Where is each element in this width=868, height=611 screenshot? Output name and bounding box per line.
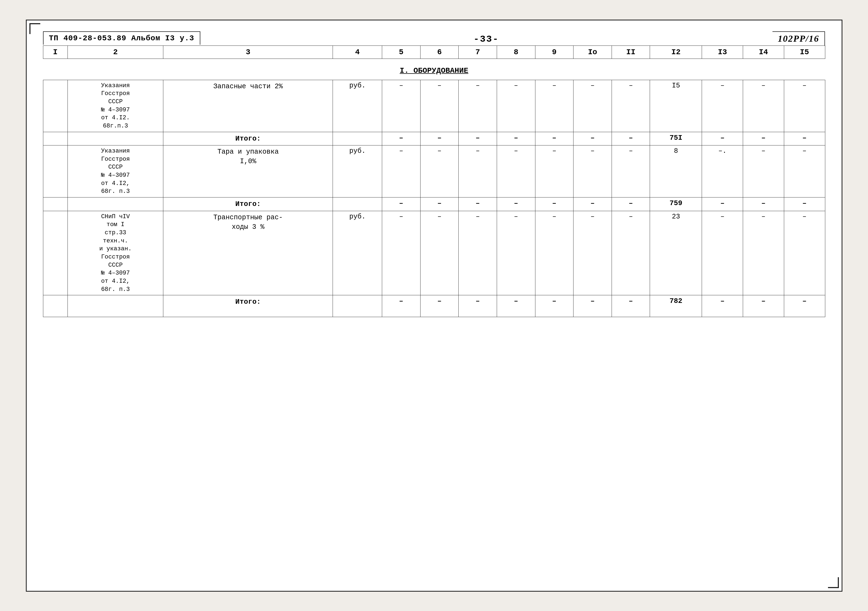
table-row: Указания Госстроя СССР № 4–3097 от 4.I2,… — [43, 145, 825, 197]
cell-r2-c14: – — [743, 145, 784, 197]
th-7: 7 — [459, 45, 497, 59]
section-header-row: I. ОБОРУДОВАНИЕ — [43, 59, 825, 80]
itogo-row-1: Итого: – – – – – – – 75I – – – — [43, 132, 825, 145]
section-title: I. ОБОРУДОВАНИЕ — [43, 59, 825, 80]
th-12: I2 — [650, 45, 702, 59]
cell-r3-c7: – — [459, 211, 497, 295]
corner-br — [828, 577, 839, 588]
th-15: I5 — [784, 45, 825, 59]
cell-r1-c15: – — [784, 80, 825, 132]
th-2: 2 — [68, 45, 163, 59]
cell-r3-c6: – — [420, 211, 459, 295]
cell-r2-c13: –. — [702, 145, 743, 197]
itogo-r1-c12: 75I — [650, 132, 702, 145]
itogo-r1-c3: Итого: — [163, 132, 333, 145]
cell-r3-c8: – — [497, 211, 535, 295]
th-11: II — [612, 45, 650, 59]
itogo-r2-c6: – — [420, 197, 459, 211]
cell-r2-c1 — [43, 145, 68, 197]
itogo-r1-c10: – — [574, 132, 612, 145]
cell-r3-c4: руб. — [333, 211, 382, 295]
itogo-r1-c2 — [68, 132, 163, 145]
cell-r2-c10: – — [574, 145, 612, 197]
itogo-r2-c10: – — [574, 197, 612, 211]
page-num-cursive: 102РР/16 — [772, 31, 825, 45]
itogo-r2-c3: Итого: — [163, 197, 333, 211]
document-title: ТП 409-28-053.89 Альбом I3 у.3 — [43, 31, 200, 45]
cell-r1-c5: – — [382, 80, 420, 132]
itogo-r3-c3: Итого: — [163, 295, 333, 317]
cell-r1-c4: руб. — [333, 80, 382, 132]
main-table: I 2 3 4 5 6 7 8 9 Io II I2 I3 I4 I5 I. О… — [43, 45, 825, 317]
cell-r3-c13: – — [702, 211, 743, 295]
itogo-r3-c9: – — [535, 295, 574, 317]
cell-r3-c10: – — [574, 211, 612, 295]
cell-r3-c12: 23 — [650, 211, 702, 295]
cell-r2-c6: – — [420, 145, 459, 197]
header-row: I 2 3 4 5 6 7 8 9 Io II I2 I3 I4 I5 — [43, 45, 825, 59]
cell-r3-c5: – — [382, 211, 420, 295]
cell-r1-c11: – — [612, 80, 650, 132]
cell-r2-c7: – — [459, 145, 497, 197]
cell-r3-c14: – — [743, 211, 784, 295]
itogo-r2-c12: 759 — [650, 197, 702, 211]
itogo-r2-c11: – — [612, 197, 650, 211]
cell-r2-c2: Указания Госстроя СССР № 4–3097 от 4.I2,… — [68, 145, 163, 197]
cell-r3-c3: Транспортные рас- ходы 3 % — [163, 211, 333, 295]
cell-r2-c15: – — [784, 145, 825, 197]
itogo-r2-c7: – — [459, 197, 497, 211]
itogo-r3-c7: – — [459, 295, 497, 317]
itogo-r3-c5: – — [382, 295, 420, 317]
cell-r3-c11: – — [612, 211, 650, 295]
cell-r1-c10: – — [574, 80, 612, 132]
itogo-r1-c5: – — [382, 132, 420, 145]
cell-r1-c7: – — [459, 80, 497, 132]
th-8: 8 — [497, 45, 535, 59]
itogo-r3-c6: – — [420, 295, 459, 317]
th-9: 9 — [535, 45, 574, 59]
cell-r3-c9: – — [535, 211, 574, 295]
cell-r1-c14: – — [743, 80, 784, 132]
cell-r1-c9: – — [535, 80, 574, 132]
th-14: I4 — [743, 45, 784, 59]
itogo-row-2: Итого: – – – – – – – 759 – – – — [43, 197, 825, 211]
itogo-r2-c5: – — [382, 197, 420, 211]
itogo-r2-c8: – — [497, 197, 535, 211]
cell-r2-c11: – — [612, 145, 650, 197]
itogo-r3-c12: 782 — [650, 295, 702, 317]
itogo-r1-c13: – — [702, 132, 743, 145]
table-row: Указания Госстроя СССР № 4–3097 от 4.I2.… — [43, 80, 825, 132]
cell-r1-c6: – — [420, 80, 459, 132]
itogo-r3-c15: – — [784, 295, 825, 317]
itogo-r3-c1 — [43, 295, 68, 317]
cell-r2-c9: – — [535, 145, 574, 197]
cell-r1-c13: – — [702, 80, 743, 132]
itogo-r1-c8: – — [497, 132, 535, 145]
cell-r1-c2: Указания Госстроя СССР № 4–3097 от 4.I2.… — [68, 80, 163, 132]
page-center-num: -33- — [474, 31, 499, 44]
th-1: I — [43, 45, 68, 59]
th-10: Io — [574, 45, 612, 59]
itogo-r2-c9: – — [535, 197, 574, 211]
cell-r2-c12: 8 — [650, 145, 702, 197]
cell-r3-c15: – — [784, 211, 825, 295]
itogo-r1-c1 — [43, 132, 68, 145]
itogo-r1-c14: – — [743, 132, 784, 145]
itogo-r2-c15: – — [784, 197, 825, 211]
th-13: I3 — [702, 45, 743, 59]
th-4: 4 — [333, 45, 382, 59]
cell-r3-c1 — [43, 211, 68, 295]
itogo-r1-c7: – — [459, 132, 497, 145]
itogo-r2-c13: – — [702, 197, 743, 211]
corner-tl — [29, 23, 40, 34]
itogo-r1-c11: – — [612, 132, 650, 145]
itogo-r3-c4 — [333, 295, 382, 317]
th-6: 6 — [420, 45, 459, 59]
cell-r1-c1 — [43, 80, 68, 132]
itogo-r3-c2 — [68, 295, 163, 317]
table-row: СНиП чIV том I стр.33 техн.ч. и указан. … — [43, 211, 825, 295]
cell-r2-c5: – — [382, 145, 420, 197]
th-3: 3 — [163, 45, 333, 59]
itogo-r2-c2 — [68, 197, 163, 211]
cell-r2-c8: – — [497, 145, 535, 197]
